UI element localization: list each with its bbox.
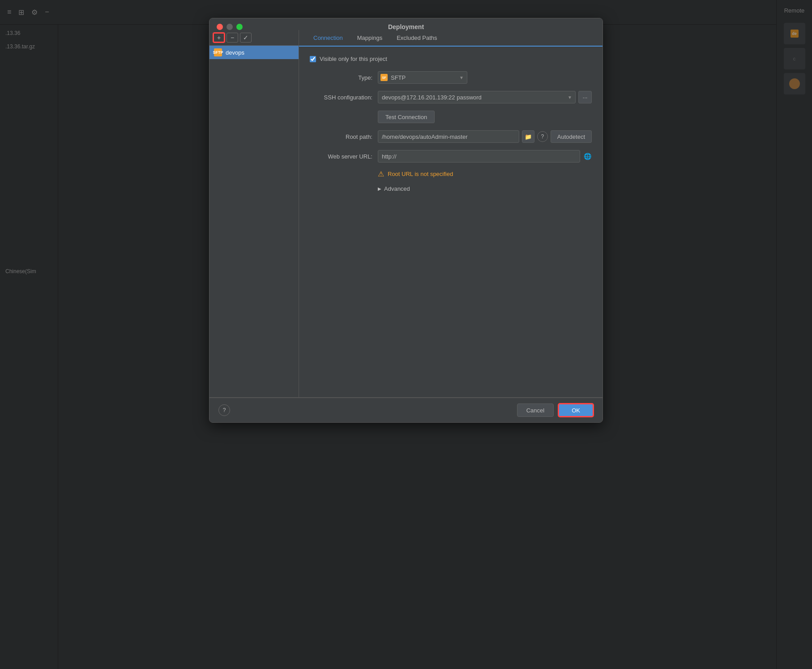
tab-mappings[interactable]: Mappings	[350, 30, 389, 47]
root-path-label: Root path:	[310, 133, 372, 140]
ok-button[interactable]: OK	[558, 403, 594, 417]
dialog-title: Deployment	[388, 23, 424, 30]
tab-excluded-paths[interactable]: Excluded Paths	[389, 30, 444, 47]
type-select-wrapper: SF SFTP	[378, 71, 467, 84]
autodetect-button[interactable]: Autodetect	[551, 130, 592, 143]
ssh-config-controls: devops@172.16.201.139:22 password ···	[378, 91, 592, 103]
visible-only-checkbox[interactable]	[310, 56, 316, 62]
browse-folder-button[interactable]: 📁	[522, 130, 534, 143]
ssh-label: SSH configuration:	[310, 94, 372, 101]
test-connection-button[interactable]: Test Connection	[378, 111, 435, 123]
ide-background: ≡ ⊞ ⚙ − .13.36 .13.36.tar.gz Chinese(Sim…	[0, 0, 812, 669]
root-path-controls: 📁 ? Autodetect	[378, 130, 592, 143]
window-maximize-button[interactable]	[236, 24, 243, 30]
remove-server-button[interactable]: −	[227, 33, 238, 43]
root-path-row: Root path: 📁 ? Autodetect	[310, 130, 592, 143]
window-close-button[interactable]	[217, 24, 223, 30]
advanced-label: Advanced	[384, 185, 410, 192]
connection-tab-content: Visible only for this project Type: SF S…	[299, 47, 603, 397]
root-path-help-button[interactable]: ?	[537, 131, 548, 142]
tabs-bar: Connection Mappings Excluded Paths	[299, 30, 603, 47]
cancel-button[interactable]: Cancel	[517, 403, 554, 417]
warning-row: ⚠ Root URL is not specified	[378, 170, 592, 178]
ssh-more-button[interactable]: ···	[578, 91, 592, 103]
server-list-toolbar: + − ✓	[209, 30, 299, 46]
test-connection-row: Test Connection	[310, 111, 592, 123]
confirm-server-button[interactable]: ✓	[240, 33, 252, 43]
web-url-row: Web server URL: 🌐	[310, 150, 592, 163]
warning-text: Root URL is not specified	[388, 171, 453, 177]
root-path-input[interactable]	[378, 130, 519, 143]
ssh-select[interactable]: devops@172.16.201.139:22 password	[378, 91, 576, 103]
settings-panel: Connection Mappings Excluded Paths Visib…	[299, 30, 603, 397]
visible-only-row: Visible only for this project	[310, 56, 592, 62]
web-url-input[interactable]	[378, 150, 580, 163]
advanced-row[interactable]: ▶ Advanced	[378, 184, 592, 194]
sftp-icon-devops: SFTP	[214, 48, 222, 56]
dialog-body: + − ✓ SFTP devops Connection Mappi	[209, 30, 603, 397]
modal-overlay: Deployment + − ✓ SFTP devops	[0, 0, 812, 669]
globe-icon: 🌐	[583, 152, 592, 161]
ssh-select-wrapper: devops@172.16.201.139:22 password	[378, 91, 576, 103]
type-sftp-icon: SF	[380, 74, 388, 81]
window-controls	[217, 24, 243, 30]
help-button[interactable]: ?	[218, 404, 230, 416]
dialog-footer: ? Cancel OK	[209, 398, 603, 422]
server-item-devops[interactable]: SFTP devops	[209, 46, 299, 59]
tab-connection[interactable]: Connection	[306, 30, 350, 47]
ssh-config-row: SSH configuration: devops@172.16.201.139…	[310, 91, 592, 103]
web-url-controls: 🌐	[378, 150, 592, 163]
type-row: Type: SF SFTP	[310, 71, 592, 84]
web-url-label: Web server URL:	[310, 153, 372, 160]
dialog-titlebar: Deployment	[209, 18, 603, 30]
footer-buttons: Cancel OK	[517, 403, 594, 417]
server-list-panel: + − ✓ SFTP devops	[209, 30, 299, 397]
visible-only-label: Visible only for this project	[320, 56, 387, 62]
server-name-devops: devops	[226, 49, 244, 56]
deployment-dialog: Deployment + − ✓ SFTP devops	[209, 18, 603, 423]
type-label: Type:	[310, 74, 372, 81]
type-select[interactable]: SFTP	[378, 71, 467, 84]
add-server-button[interactable]: +	[213, 33, 225, 43]
advanced-arrow-icon: ▶	[378, 186, 381, 191]
warning-icon: ⚠	[378, 170, 384, 178]
window-minimize-button[interactable]	[227, 24, 233, 30]
